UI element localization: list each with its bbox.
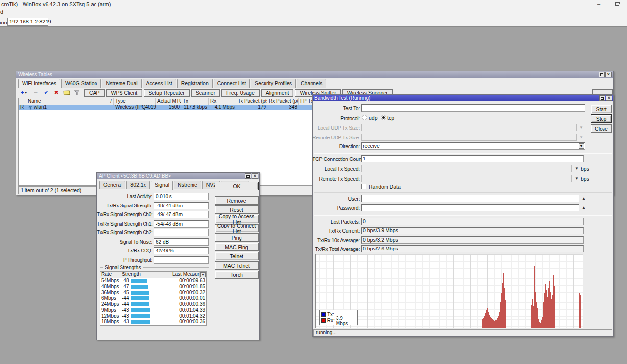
tab-802-1x[interactable]: 802.1x — [126, 181, 150, 189]
chevron-up-icon[interactable]: ▲ — [582, 196, 586, 201]
signal-row[interactable]: 12Mbps-4300:01:04.32 — [100, 313, 206, 319]
tx-rx-ccq-field[interactable]: 42/49 % — [154, 247, 209, 254]
reset-button[interactable]: Reset — [215, 205, 259, 214]
group-title: Signal Strengths — [105, 265, 141, 270]
tab-nstreme[interactable]: Nstreme — [174, 181, 201, 189]
toolbar-button-cap[interactable]: CAP — [84, 89, 105, 97]
maximize-button[interactable] — [599, 95, 605, 101]
toolbar-button-setup-repeater[interactable]: Setup Repeater — [144, 89, 190, 97]
copy-to-connect-list-button[interactable]: Copy to Connect List — [215, 224, 259, 232]
comment-button[interactable] — [62, 89, 71, 97]
signal-to-noise-field[interactable]: 62 dB — [154, 238, 209, 246]
p-throughput-field[interactable] — [154, 256, 209, 264]
cell-rx: 4.1 Mbps — [209, 105, 236, 110]
mac-telnet-button[interactable]: MAC Telnet — [215, 261, 259, 270]
minimize-button[interactable]: – — [591, 1, 606, 8]
disable-button[interactable]: ✖ — [52, 89, 61, 97]
enable-button[interactable]: ✔ — [42, 89, 50, 97]
wireless-tables-titlebar[interactable]: Wireless Tables — [16, 71, 613, 78]
close-icon[interactable]: × — [605, 72, 612, 77]
column-header-rate[interactable]: Rate — [100, 272, 121, 278]
mac-ping-button[interactable]: MAC Ping — [215, 243, 259, 251]
signal-dropdown-button[interactable]: ▼ — [200, 272, 206, 277]
chevron-down-icon[interactable]: ▼ — [575, 166, 579, 171]
chevron-up-icon[interactable]: ▲ — [582, 205, 586, 210]
radio-tcp[interactable] — [381, 115, 386, 120]
tab-channels[interactable]: Channels — [297, 79, 326, 88]
column-header-actual-mtu[interactable]: Actual MTU — [156, 98, 181, 105]
add-button[interactable]: + ▼ — [18, 89, 30, 97]
last-activity-field[interactable]: 0.010 s — [154, 193, 209, 200]
tab-nstreme-dual[interactable]: Nstreme Dual — [102, 79, 141, 88]
tab-w60g-station[interactable]: W60G Station — [61, 79, 101, 88]
toolbar-button-freq-usage[interactable]: Freq. Usage — [221, 89, 260, 97]
column-label: Name — [28, 98, 41, 104]
column-header-rx[interactable]: Rx — [209, 98, 236, 105]
signal-row[interactable]: 36Mbps-4500:00:00.32 — [100, 290, 206, 296]
column-header-strength[interactable]: Strength — [121, 272, 171, 278]
test-to-field[interactable] — [361, 104, 585, 112]
column-header-rx-packet-p-s[interactable]: Rx Packet (p/s) — [267, 98, 299, 105]
maximize-button[interactable] — [245, 173, 251, 179]
toolbar-button-alignment[interactable]: Alignment — [261, 89, 294, 97]
start-button[interactable]: Start — [591, 105, 612, 113]
signal-row[interactable]: 24Mbps-4400:00:00.36 — [100, 301, 206, 307]
remove-button[interactable]: − — [31, 89, 40, 97]
signal-row[interactable]: 9Mbps-4300:01:04.33 — [100, 307, 206, 313]
chevron-down-icon[interactable]: ▼ — [579, 135, 583, 139]
tab-signal[interactable]: Signal — [151, 181, 173, 190]
signal-row[interactable]: 18Mbps-4300:00:00.36 — [100, 319, 206, 325]
tab-connect-list[interactable]: Connect List — [214, 79, 250, 88]
bandwidth-test-titlebar[interactable]: Bandwidth Test (Running) — [313, 95, 613, 101]
tab-general[interactable]: General — [99, 181, 125, 189]
close-button[interactable]: Close — [591, 124, 612, 133]
tx-rx-signal-strength-field[interactable]: -48/-44 dBm — [154, 202, 209, 209]
chevron-down-icon[interactable]: ▼ — [579, 125, 583, 130]
column-header-type[interactable]: Type — [114, 98, 156, 105]
stop-button[interactable]: Stop — [591, 114, 612, 123]
tx-rx-signal-strength-ch1-field[interactable]: -54/-46 dBm — [154, 220, 209, 228]
random-data-checkbox[interactable] — [361, 184, 366, 189]
tx-rx-signal-strength-ch0-field[interactable]: -49/-47 dBm — [154, 211, 209, 218]
cell-rx-packet: 348 — [267, 105, 299, 110]
signal-row[interactable]: 48Mbps-4700:00:01.85 — [100, 284, 206, 290]
column-header-flag[interactable] — [19, 98, 26, 105]
tcp-connection-count-field[interactable]: 1 — [361, 155, 584, 162]
column-header-name[interactable]: Name/ — [26, 98, 114, 105]
restore-button[interactable] — [610, 1, 625, 8]
tab-wifi-interfaces[interactable]: WiFi Interfaces — [18, 79, 60, 88]
column-header-tx[interactable]: Tx — [181, 98, 209, 105]
remove-button[interactable]: Remove — [215, 196, 259, 205]
ok-button[interactable]: OK — [215, 182, 259, 190]
tab-access-list[interactable]: Access List — [143, 79, 176, 88]
ap-client-titlebar[interactable]: AP Client <5C:3B:6B:C9:AD:BB> — [97, 173, 259, 179]
tx-rx-signal-strength-ch2-field[interactable] — [154, 229, 209, 236]
toolbar-button-wps-client[interactable]: WPS Client — [106, 89, 143, 97]
maximize-button[interactable] — [599, 72, 605, 77]
close-icon[interactable]: × — [606, 95, 612, 101]
direction-select[interactable]: receive ▼ — [361, 142, 585, 150]
tab-security-profiles[interactable]: Security Profiles — [251, 79, 296, 88]
telnet-button[interactable]: Telnet — [215, 252, 259, 260]
user-field[interactable] — [361, 195, 579, 202]
tab-registration[interactable]: Registration — [177, 79, 213, 88]
toolbar-button-scanner[interactable]: Scanner — [191, 89, 220, 97]
copy-to-access-list-button[interactable]: Copy to Access List — [215, 215, 259, 223]
legend-tx-swatch — [321, 312, 326, 317]
ping-button[interactable]: Ping — [215, 233, 259, 242]
chevron-down-icon[interactable]: ▼ — [575, 176, 579, 181]
signal-row[interactable]: 6Mbps-4400:00:00.01 — [100, 296, 206, 301]
close-icon[interactable]: × — [252, 173, 258, 179]
filter-button[interactable] — [72, 89, 81, 97]
signal-rate: 36Mbps — [100, 290, 121, 296]
password-field[interactable] — [361, 204, 579, 211]
radio-udp[interactable] — [362, 115, 367, 120]
signal-value: -43 — [122, 307, 131, 313]
restore-icon — [615, 2, 619, 6]
signal-row[interactable]: 54Mbps-4800:00:09.63 — [100, 278, 206, 284]
chevron-down-icon[interactable]: ▼ — [579, 143, 584, 149]
column-header-tx-packet-p-s[interactable]: Tx Packet (p/s) — [236, 98, 267, 105]
column-header-last-measured[interactable]: Last Measured — [171, 272, 200, 278]
torch-button[interactable]: Torch — [215, 271, 259, 279]
session-address-field[interactable]: 192.168.1.2:8219 — [7, 18, 48, 26]
